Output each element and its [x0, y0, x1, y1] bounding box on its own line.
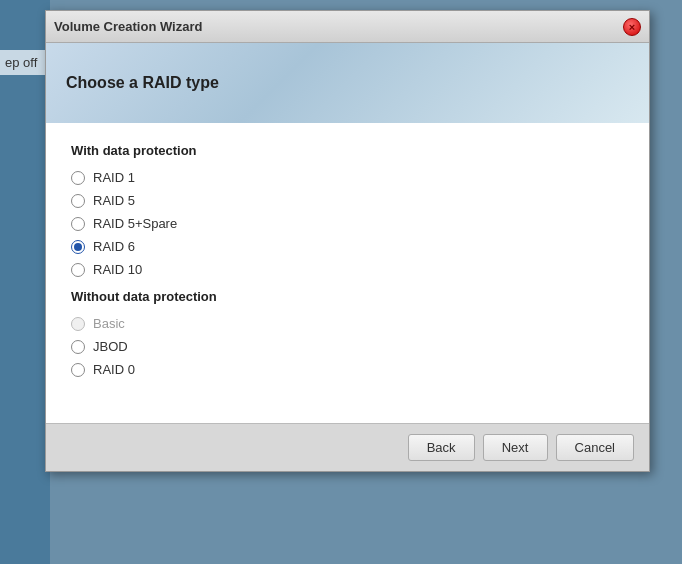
radio-label-raid0: RAID 0 — [93, 362, 135, 377]
radio-input-raid1[interactable] — [71, 171, 85, 185]
back-button[interactable]: Back — [408, 434, 475, 461]
radio-option-raid10[interactable]: RAID 10 — [71, 262, 624, 277]
radio-option-raid1[interactable]: RAID 1 — [71, 170, 624, 185]
side-text: ep off — [0, 50, 50, 75]
radio-input-raid5[interactable] — [71, 194, 85, 208]
dialog-footer: Back Next Cancel — [46, 423, 649, 471]
section-label-with-protection: With data protection — [71, 143, 624, 158]
radio-option-raid6[interactable]: RAID 6 — [71, 239, 624, 254]
section-label-without-protection: Without data protection — [71, 289, 624, 304]
radio-input-basic[interactable] — [71, 317, 85, 331]
dialog-header-title: Choose a RAID type — [66, 74, 219, 92]
radio-option-raid5[interactable]: RAID 5 — [71, 193, 624, 208]
radio-input-raid6[interactable] — [71, 240, 85, 254]
dialog-titlebar: Volume Creation Wizard × — [46, 11, 649, 43]
radio-label-raid5: RAID 5 — [93, 193, 135, 208]
next-button[interactable]: Next — [483, 434, 548, 461]
radio-label-raid1: RAID 1 — [93, 170, 135, 185]
dialog-body: With data protection RAID 1 RAID 5 RAID … — [46, 123, 649, 423]
radio-label-basic: Basic — [93, 316, 125, 331]
radio-option-raid0[interactable]: RAID 0 — [71, 362, 624, 377]
radio-label-jbod: JBOD — [93, 339, 128, 354]
dialog-title: Volume Creation Wizard — [54, 19, 202, 34]
radio-label-raid5spare: RAID 5+Spare — [93, 216, 177, 231]
cancel-button[interactable]: Cancel — [556, 434, 634, 461]
radio-label-raid6: RAID 6 — [93, 239, 135, 254]
radio-input-jbod[interactable] — [71, 340, 85, 354]
dialog-window: Volume Creation Wizard × Choose a RAID t… — [45, 10, 650, 472]
radio-option-basic[interactable]: Basic — [71, 316, 624, 331]
radio-input-raid0[interactable] — [71, 363, 85, 377]
radio-option-raid5spare[interactable]: RAID 5+Spare — [71, 216, 624, 231]
close-button[interactable]: × — [623, 18, 641, 36]
radio-input-raid10[interactable] — [71, 263, 85, 277]
background-panel: ep off — [0, 0, 50, 564]
radio-label-raid10: RAID 10 — [93, 262, 142, 277]
radio-option-jbod[interactable]: JBOD — [71, 339, 624, 354]
radio-input-raid5spare[interactable] — [71, 217, 85, 231]
dialog-header-banner: Choose a RAID type — [46, 43, 649, 123]
